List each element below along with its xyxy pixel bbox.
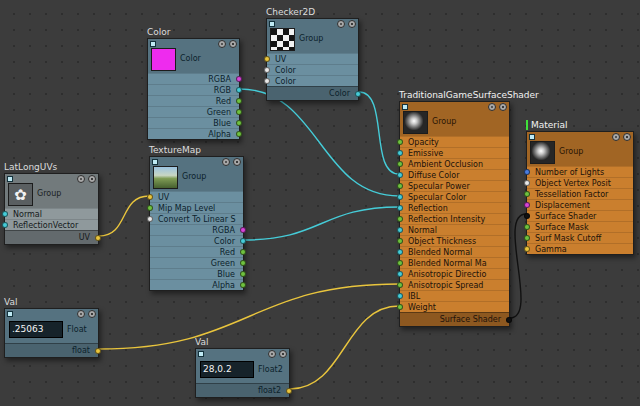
node-latlonguvs[interactable]: LatLongUVs ✿ Group Normal [4,160,99,245]
port-dot[interactable] [524,180,530,186]
render-swatch-icon[interactable] [152,159,158,165]
close-icon[interactable] [348,20,356,28]
node-header[interactable]: Group [527,132,633,166]
node-material[interactable]: Material Group Number of Lights [526,118,634,255]
node-header[interactable]: Group [267,19,358,53]
port-dot[interactable] [524,169,530,175]
port-dot[interactable] [397,150,403,156]
port-dot[interactable] [506,317,512,323]
port-dot[interactable] [95,235,101,241]
port-dot[interactable] [240,227,246,233]
eye-icon[interactable] [337,20,345,28]
port-dot[interactable] [397,282,403,288]
port-dot[interactable] [236,120,242,126]
eye-icon[interactable] [218,40,226,48]
port-dot[interactable] [236,98,242,104]
port-dot[interactable] [397,238,403,244]
eye-icon[interactable] [222,158,230,166]
close-icon[interactable] [279,350,287,358]
wire-latlonguvs-uv-to-texturemap-uv[interactable] [99,196,149,236]
close-icon[interactable] [623,133,631,141]
port-dot[interactable] [397,216,403,222]
port-dot[interactable] [147,205,153,211]
node-surface-shader[interactable]: TraditionalGameSurfaceShader Group Opaci… [399,88,510,327]
port-dot[interactable] [397,304,403,310]
eye-icon[interactable] [77,310,85,318]
port-dot[interactable] [397,293,403,299]
port-dot[interactable] [236,131,242,137]
eye-icon[interactable] [77,175,85,183]
port-dot[interactable] [236,109,242,115]
port-dot[interactable] [240,249,246,255]
port-dot[interactable] [397,271,403,277]
node-header[interactable]: 28,0.2 Float2 [196,349,289,383]
port-dot[interactable] [397,161,403,167]
port-dot[interactable] [397,139,403,145]
port-dot[interactable] [2,211,8,217]
port-dot[interactable] [95,348,101,354]
render-swatch-icon[interactable] [402,104,408,110]
port-dot[interactable] [240,282,246,288]
port-dot[interactable] [264,56,270,62]
node-header[interactable]: Color [148,39,239,73]
color-swatch-preview[interactable] [151,48,176,71]
port-dot[interactable] [264,67,270,73]
port-dot[interactable] [240,271,246,277]
render-swatch-icon[interactable] [198,351,204,357]
node-header[interactable]: Group [150,157,243,191]
close-icon[interactable] [229,40,237,48]
port-dot[interactable] [397,194,403,200]
node-header[interactable]: Group [400,102,509,136]
close-icon[interactable] [88,175,96,183]
port-dot[interactable] [147,216,153,222]
graph-canvas[interactable]: Color Color RGBA [0,0,640,406]
wire-checker2d-color-to-surfaceshader-diffuse-color[interactable] [359,92,399,174]
eye-icon[interactable] [268,350,276,358]
port-dot[interactable] [524,235,530,241]
port-dot[interactable] [286,388,292,394]
node-val-float[interactable]: Val .25063 Float float [4,295,99,358]
float2-value-field[interactable]: 28,0.2 [200,361,254,378]
port-dot[interactable] [524,246,530,252]
port-dot[interactable] [397,205,403,211]
node-val-float2[interactable]: Val 28,0.2 Float2 float2 [195,335,290,398]
port-dot[interactable] [397,172,403,178]
port-dot[interactable] [397,227,403,233]
close-icon[interactable] [88,310,96,318]
eye-icon[interactable] [612,133,620,141]
node-header[interactable]: ✿ Group [5,174,98,208]
node-color[interactable]: Color Color RGBA [147,25,240,140]
port-dot[interactable] [240,238,246,244]
port-dot[interactable] [147,194,153,200]
port-dot[interactable] [397,260,403,266]
wire-val-float2-to-surfaceshader-weight[interactable] [290,306,399,389]
port-dot[interactable] [397,249,403,255]
port-dot[interactable] [240,260,246,266]
port-dot[interactable] [397,183,403,189]
node-checker2d[interactable]: Checker2D Group UV [266,5,359,101]
node-header[interactable]: .25063 Float [5,309,98,343]
render-swatch-icon[interactable] [269,21,275,27]
close-icon[interactable] [499,103,507,111]
port-dot[interactable] [264,78,270,84]
port-dot[interactable] [236,87,242,93]
port-dot[interactable] [524,191,530,197]
port-dot[interactable] [236,76,242,82]
wire-color-rgb-to-surfaceshader-specular-color[interactable] [240,89,399,196]
port-dot[interactable] [524,213,530,219]
port-dot[interactable] [2,222,8,228]
float-value-field[interactable]: .25063 [9,321,63,338]
texture-preview[interactable] [153,166,178,189]
render-swatch-icon[interactable] [7,176,13,182]
wire-surfaceshader-to-material-surface-shader[interactable] [510,214,526,318]
port-dot[interactable] [524,224,530,230]
port-dot[interactable] [355,91,361,97]
render-swatch-icon[interactable] [7,311,13,317]
eye-icon[interactable] [488,103,496,111]
wire-texturemap-color-to-surfaceshader-reflection[interactable] [244,207,399,240]
node-texturemap[interactable]: TextureMap Group UV [149,143,244,291]
render-swatch-icon[interactable] [529,134,535,140]
port-dot[interactable] [524,202,530,208]
close-icon[interactable] [233,158,241,166]
render-swatch-icon[interactable] [150,41,156,47]
